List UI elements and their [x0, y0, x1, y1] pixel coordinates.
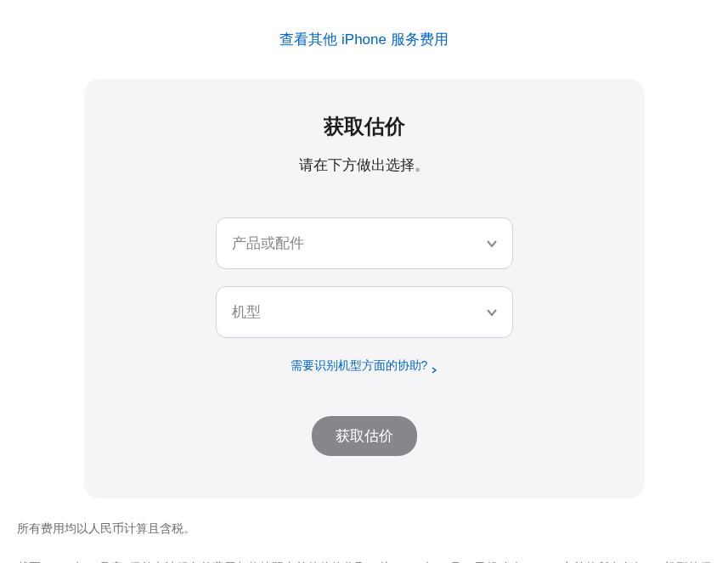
product-select[interactable]: 产品或配件 [216, 217, 513, 269]
other-services-link[interactable]: 查看其他 iPhone 服务费用 [279, 31, 448, 48]
model-select[interactable]: 机型 [216, 286, 513, 338]
help-link-text: 需要识别机型方面的协助? [291, 358, 428, 374]
chevron-right-icon [431, 363, 437, 369]
footer-text-taxes: 所有费用均以人民币计算且含税。 [17, 520, 720, 538]
card-subtitle: 请在下方做出选择。 [118, 155, 611, 175]
estimate-card: 获取估价 请在下方做出选择。 产品或配件 机型 需要识别机型方面的协助? 获取估… [84, 79, 645, 498]
model-select-wrap: 机型 [216, 286, 513, 338]
help-identify-link[interactable]: 需要识别机型方面的协助? [291, 358, 438, 374]
get-estimate-button[interactable]: 获取估价 [312, 416, 417, 456]
footer-text-wrap: 所有费用均以人民币计算且含税。 截至 2023 年 2 月底, 保外电池服务的费… [8, 520, 720, 563]
footer-text-notice: 截至 2023 年 2 月底, 保外电池服务的费用都将按照当前的价格收取。从 2… [17, 559, 720, 563]
top-link-wrapper: 查看其他 iPhone 服务费用 [8, 0, 720, 70]
card-title: 获取估价 [118, 113, 611, 140]
product-select-wrap: 产品或配件 [216, 217, 513, 269]
